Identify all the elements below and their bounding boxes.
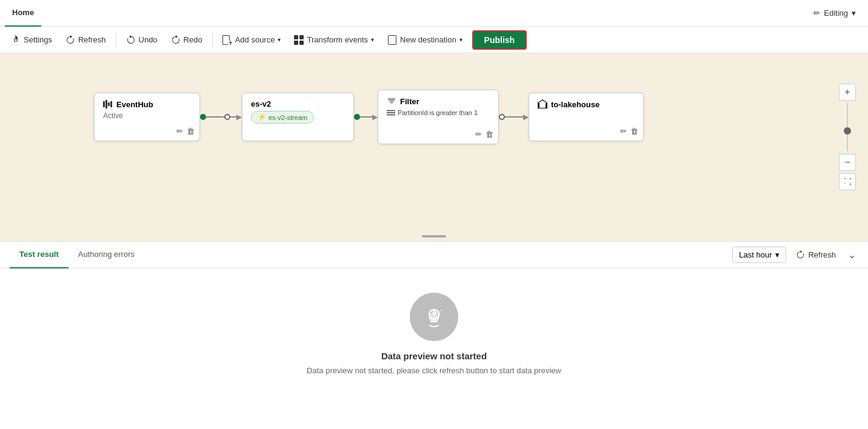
svg-rect-16	[433, 311, 434, 314]
svg-rect-0	[294, 35, 298, 39]
arrow-3: ▶	[523, 113, 529, 121]
dot-1	[200, 114, 206, 120]
lakehouse-actions: ✏ 🗑	[620, 127, 638, 136]
zoom-out-button[interactable]: −	[839, 154, 856, 171]
connector-2: ▶	[354, 113, 378, 121]
arrow-2: ▶	[372, 113, 378, 121]
svg-rect-3	[299, 41, 304, 45]
arrow-1: ▶	[236, 113, 242, 121]
publish-label: Publish	[484, 35, 515, 45]
new-destination-label: New destination	[400, 35, 456, 44]
bottom-panel: Test result Authoring errors Last hour ▾…	[0, 241, 868, 399]
filter-node[interactable]: Filter PartitionId is greater than 1 ✏ 🗑	[378, 90, 499, 144]
eventhub-status: Active	[103, 111, 191, 120]
bottom-refresh-button[interactable]: Refresh	[791, 247, 841, 262]
drag-handle[interactable]	[422, 235, 446, 238]
expand-button[interactable]: ⌄	[846, 247, 858, 263]
editing-badge[interactable]: ✏ Editing ▾	[806, 8, 863, 18]
transform-events-label: Transform events	[307, 35, 368, 44]
undo-button[interactable]: Undo	[120, 32, 164, 48]
es-v2-node-title: es-v2	[251, 99, 345, 108]
nav-tab-home[interactable]: Home	[5, 0, 41, 27]
zoom-thumb	[844, 127, 851, 135]
empty-state-desc: Data preview not started, please click r…	[307, 366, 561, 375]
redo-button[interactable]: Redo	[165, 32, 209, 48]
svg-point-20	[439, 313, 441, 314]
svg-rect-15	[432, 313, 436, 319]
eventhub-actions: ✏ 🗑	[176, 127, 195, 136]
tab-authoring-errors[interactable]: Authoring errors	[68, 242, 144, 268]
dot-2	[224, 114, 230, 120]
selected-time-label: Last hour	[739, 250, 772, 259]
lakehouse-node[interactable]: to-lakehouse ✏ 🗑	[529, 93, 644, 141]
filter-actions: ✏ 🗑	[475, 130, 493, 139]
add-source-button[interactable]: Add source ▾	[216, 32, 287, 48]
filter-condition: PartitionId is greater than 1	[387, 108, 490, 117]
refresh-icon	[65, 35, 75, 45]
publish-button[interactable]: Publish	[472, 30, 527, 50]
svg-rect-9	[387, 112, 395, 113]
filter-delete-icon[interactable]: 🗑	[486, 130, 493, 139]
zoom-slider[interactable]	[847, 103, 848, 151]
lakehouse-delete-icon[interactable]: 🗑	[630, 127, 638, 136]
svg-point-19	[441, 310, 442, 311]
transform-events-button[interactable]: Transform events ▾	[288, 32, 380, 48]
toolbar: Settings Refresh Undo Redo Add source ▾	[0, 27, 868, 53]
lakehouse-icon	[538, 99, 547, 109]
svg-rect-17	[435, 311, 436, 314]
stream-icon: ⚡	[258, 113, 266, 121]
stream-chip: ⚡ es-v2-stream	[251, 111, 314, 124]
top-navigation: Home ✏ Editing ▾	[0, 0, 868, 27]
add-source-icon	[222, 35, 232, 45]
svg-rect-7	[110, 101, 112, 107]
canvas-area[interactable]: EventHub Active ✏ 🗑 ▶ es-v2 ⚡ es-v2-stre…	[0, 53, 868, 241]
refresh-button[interactable]: Refresh	[59, 32, 112, 48]
svg-point-18	[438, 311, 440, 313]
bottom-refresh-label: Refresh	[808, 250, 836, 259]
eventhub-icon	[103, 99, 113, 109]
eventhub-node-title: EventHub	[103, 99, 191, 109]
authoring-errors-label: Authoring errors	[78, 250, 135, 259]
es-v2-node[interactable]: es-v2 ⚡ es-v2-stream	[242, 93, 354, 141]
bottom-tab-actions: Last hour ▾ Refresh ⌄	[732, 247, 858, 263]
zoom-fit-icon	[843, 178, 852, 186]
eventhub-node[interactable]: EventHub Active ✏ 🗑	[94, 93, 200, 141]
empty-state-title: Data preview not started	[381, 351, 487, 361]
tab-test-result[interactable]: Test result	[10, 242, 68, 268]
undo-label: Undo	[139, 35, 158, 44]
divider-2	[212, 33, 213, 47]
svg-rect-1	[299, 35, 304, 39]
line-1	[206, 116, 224, 118]
time-range-dropdown[interactable]: Last hour ▾	[732, 247, 786, 263]
filter-icon	[387, 96, 396, 106]
lakehouse-edit-icon[interactable]: ✏	[620, 127, 627, 136]
add-source-label: Add source	[235, 35, 275, 44]
svg-rect-4	[103, 101, 105, 107]
eventhub-delete-icon[interactable]: 🗑	[187, 127, 195, 136]
filter-node-title: Filter	[387, 96, 490, 106]
svg-rect-10	[387, 115, 395, 116]
condition-icon	[387, 108, 395, 117]
zoom-controls: + −	[839, 84, 856, 190]
svg-rect-2	[294, 41, 298, 45]
dot-3	[354, 114, 360, 120]
dot-4	[499, 114, 505, 120]
filter-edit-icon[interactable]: ✏	[475, 130, 482, 139]
zoom-fit-button[interactable]	[839, 173, 856, 190]
redo-icon	[171, 35, 181, 45]
connector-1: ▶	[200, 113, 242, 121]
time-dropdown-icon: ▾	[775, 250, 780, 259]
eventhub-edit-icon[interactable]: ✏	[176, 127, 183, 136]
new-destination-button[interactable]: New destination ▾	[381, 32, 469, 48]
empty-state: Data preview not started Data preview no…	[0, 268, 868, 399]
settings-button[interactable]: Settings	[5, 32, 58, 48]
editing-label: Editing	[824, 8, 848, 18]
zoom-in-button[interactable]: +	[839, 84, 856, 101]
svg-rect-5	[105, 100, 107, 108]
refresh-label: Refresh	[78, 35, 106, 44]
transform-dropdown-icon: ▾	[371, 36, 374, 43]
settings-icon	[11, 35, 21, 45]
lakehouse-node-title: to-lakehouse	[538, 99, 635, 109]
chevron-down-icon: ▾	[852, 8, 856, 18]
line-4	[505, 116, 523, 118]
